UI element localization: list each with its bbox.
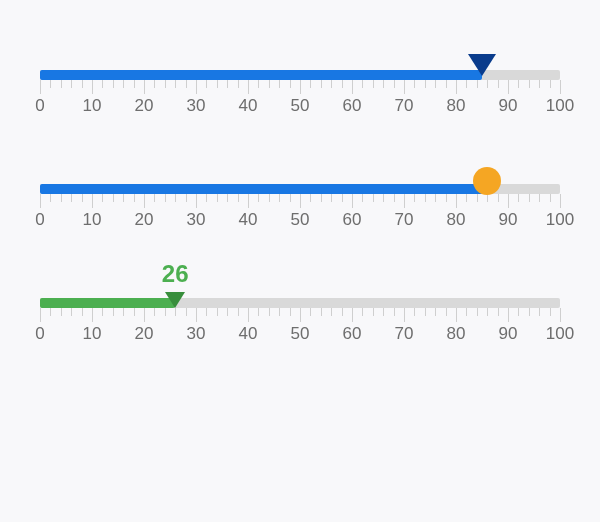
slider-3-ruler[interactable]: 26 0102030405060708090100 bbox=[40, 298, 560, 342]
tick-major bbox=[404, 194, 405, 208]
tick-minor bbox=[446, 80, 447, 88]
tick-minor bbox=[227, 194, 228, 202]
tick-major bbox=[352, 308, 353, 322]
tick-minor bbox=[498, 80, 499, 88]
tick-minor bbox=[71, 80, 72, 88]
tick-major bbox=[560, 80, 561, 94]
tick-minor bbox=[414, 194, 415, 202]
tick-minor bbox=[373, 80, 374, 88]
tick-major bbox=[248, 80, 249, 94]
tick-minor bbox=[362, 308, 363, 316]
tick-minor bbox=[487, 194, 488, 202]
tick-minor bbox=[258, 308, 259, 316]
tick-minor bbox=[310, 194, 311, 202]
tick-minor bbox=[217, 194, 218, 202]
tick-label: 50 bbox=[291, 96, 310, 116]
tick-minor bbox=[217, 80, 218, 88]
tick-major bbox=[248, 308, 249, 322]
tick-label: 70 bbox=[395, 324, 414, 344]
tick-label: 90 bbox=[499, 96, 518, 116]
tick-label: 0 bbox=[35, 210, 44, 230]
slider-2-ruler[interactable]: 0102030405060708090100 bbox=[40, 184, 560, 228]
tick-label: 40 bbox=[239, 324, 258, 344]
tick-minor bbox=[394, 194, 395, 202]
tick-label: 20 bbox=[135, 96, 154, 116]
tick-minor bbox=[186, 194, 187, 202]
tick-minor bbox=[123, 308, 124, 316]
tick-minor bbox=[414, 308, 415, 316]
slider-3: 26 0102030405060708090100 bbox=[40, 298, 560, 342]
tick-minor bbox=[539, 80, 540, 88]
tick-minor bbox=[310, 308, 311, 316]
tick-major bbox=[92, 194, 93, 208]
tick-minor bbox=[394, 80, 395, 88]
tick-minor bbox=[550, 308, 551, 316]
slider-track-fill bbox=[40, 298, 175, 308]
tick-major bbox=[300, 308, 301, 322]
tick-minor bbox=[518, 80, 519, 88]
tick-minor bbox=[102, 194, 103, 202]
tick-minor bbox=[279, 308, 280, 316]
tick-minor bbox=[279, 80, 280, 88]
tick-major bbox=[404, 308, 405, 322]
tick-label: 100 bbox=[546, 210, 574, 230]
tick-minor bbox=[206, 308, 207, 316]
slider-1-ruler[interactable]: 0102030405060708090100 bbox=[40, 70, 560, 114]
tick-minor bbox=[134, 308, 135, 316]
tick-minor bbox=[550, 194, 551, 202]
tick-minor bbox=[269, 308, 270, 316]
tick-minor bbox=[82, 80, 83, 88]
tick-major bbox=[92, 80, 93, 94]
tick-minor bbox=[342, 308, 343, 316]
tick-label: 40 bbox=[239, 96, 258, 116]
tick-minor bbox=[186, 308, 187, 316]
tick-major bbox=[560, 308, 561, 322]
tick-minor bbox=[134, 194, 135, 202]
tick-minor bbox=[342, 80, 343, 88]
tick-label: 0 bbox=[35, 96, 44, 116]
tick-minor bbox=[498, 194, 499, 202]
tick-minor bbox=[383, 80, 384, 88]
tick-minor bbox=[477, 80, 478, 88]
tick-minor bbox=[165, 80, 166, 88]
tick-minor bbox=[61, 194, 62, 202]
tick-minor bbox=[238, 80, 239, 88]
tick-minor bbox=[321, 194, 322, 202]
tick-label: 90 bbox=[499, 324, 518, 344]
tick-minor bbox=[435, 194, 436, 202]
tick-minor bbox=[321, 308, 322, 316]
tick-minor bbox=[113, 308, 114, 316]
triangle-down-icon[interactable] bbox=[165, 292, 185, 308]
tick-minor bbox=[113, 80, 114, 88]
tick-minor bbox=[373, 194, 374, 202]
tick-minor bbox=[290, 194, 291, 202]
triangle-down-icon[interactable] bbox=[468, 54, 496, 76]
tick-minor bbox=[269, 80, 270, 88]
tick-minor bbox=[539, 194, 540, 202]
tick-major bbox=[144, 308, 145, 322]
tick-minor bbox=[175, 194, 176, 202]
tick-minor bbox=[331, 194, 332, 202]
tick-major bbox=[456, 308, 457, 322]
tick-label: 60 bbox=[343, 210, 362, 230]
tick-major bbox=[404, 80, 405, 94]
tick-minor bbox=[331, 308, 332, 316]
tick-major bbox=[144, 194, 145, 208]
tick-major bbox=[196, 308, 197, 322]
tick-minor bbox=[529, 308, 530, 316]
tick-label: 10 bbox=[83, 324, 102, 344]
tick-label: 10 bbox=[83, 210, 102, 230]
tick-major bbox=[248, 194, 249, 208]
tick-minor bbox=[446, 194, 447, 202]
tick-minor bbox=[123, 194, 124, 202]
tick-major bbox=[352, 194, 353, 208]
tick-minor bbox=[321, 80, 322, 88]
tick-minor bbox=[383, 308, 384, 316]
tick-minor bbox=[82, 194, 83, 202]
tick-minor bbox=[342, 194, 343, 202]
tick-minor bbox=[498, 308, 499, 316]
circle-icon[interactable] bbox=[473, 167, 501, 195]
tick-minor bbox=[290, 308, 291, 316]
tick-label: 100 bbox=[546, 324, 574, 344]
slider-1: 0102030405060708090100 bbox=[40, 70, 560, 114]
